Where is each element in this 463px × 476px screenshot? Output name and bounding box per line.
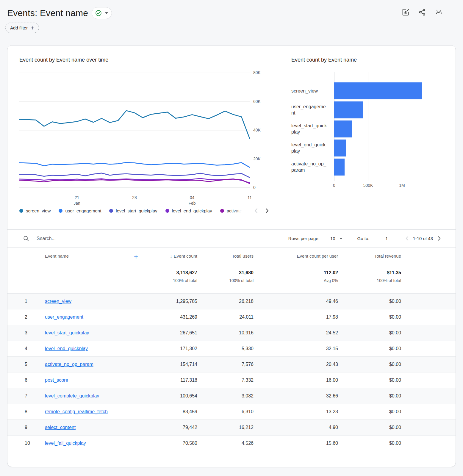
- go-to-label: Go to:: [357, 236, 370, 241]
- bar-level_end_quickplay: [334, 140, 346, 156]
- row-rank: 6: [7, 378, 38, 383]
- ecpu-cell: 17.98: [254, 314, 338, 320]
- legend-prev-icon[interactable]: [254, 208, 258, 213]
- event-link[interactable]: level_fail_quickplay: [45, 441, 86, 446]
- add-dimension-button[interactable]: +: [134, 253, 138, 260]
- event-link[interactable]: level_end_quickplay: [45, 346, 88, 351]
- bar-axis-tick-label: 1M: [392, 183, 412, 188]
- line-chart: [19, 72, 250, 191]
- column-total-revenue[interactable]: Total revenue: [338, 248, 401, 261]
- event-name-cell: level_end_quickplay: [38, 341, 146, 356]
- table-row: 2user_engagement431,26924,01117.98$0.00: [7, 309, 456, 325]
- table-row: 6post_score117,3187,33216.00$0.00: [7, 372, 456, 388]
- column-event-count[interactable]: ↓Event count: [146, 248, 197, 261]
- event-link[interactable]: level_complete_quickplay: [45, 393, 99, 399]
- rows-per-page-select[interactable]: 10: [330, 236, 342, 241]
- total-users: 31,680: [197, 270, 254, 275]
- event-count-cell: 171,302: [146, 346, 197, 351]
- y-tick-label: 80K: [253, 70, 271, 75]
- bar-chart-title: Event count by Event name: [291, 57, 357, 63]
- event-link[interactable]: user_engagement: [45, 314, 83, 320]
- page-prev-icon[interactable]: [405, 236, 409, 241]
- legend-item-label: level_start_quickplay: [116, 208, 157, 213]
- add-filter-label: Add filter: [10, 25, 28, 30]
- table-row: 1screen_view1,295,78526,21849.46$0.00: [7, 293, 456, 309]
- column-event-name[interactable]: Event name: [45, 253, 69, 259]
- table-row: 7level_complete_quickplay100,6543,08232.…: [7, 388, 456, 404]
- event-count-cell: 267,651: [146, 330, 197, 336]
- legend-next-icon[interactable]: [265, 208, 269, 213]
- legend-item-label: user_engagement: [65, 208, 101, 213]
- legend-dot-icon: [220, 209, 224, 213]
- bar-activate_no_op_param: [334, 159, 345, 176]
- event-link[interactable]: level_start_quickplay: [45, 330, 89, 336]
- legend-item-screen_view[interactable]: screen_view: [19, 208, 51, 213]
- revenue-cell: $0.00: [338, 393, 401, 399]
- column-total-users[interactable]: Total users: [197, 248, 254, 261]
- row-rank: 1: [7, 299, 38, 304]
- event-link[interactable]: post_score: [45, 378, 68, 383]
- search-input[interactable]: [37, 236, 132, 241]
- event-name-cell: remote_config_realtime_fetch: [38, 404, 146, 419]
- bar-row: activate_no_op_param: [291, 157, 449, 176]
- total-users-cell: 6,310: [197, 409, 254, 414]
- share-icon[interactable]: [418, 8, 427, 17]
- event-link[interactable]: activate_no_op_param: [45, 362, 93, 367]
- event-count-cell: 79,442: [146, 425, 197, 430]
- legend-item-level_start_quickplay[interactable]: level_start_quickplay: [109, 208, 157, 213]
- legend-item-label: activate_no_op_param: [227, 208, 242, 213]
- ecpu-cell: 15.60: [254, 441, 338, 446]
- charts-section: Event count by Event name over time 80K6…: [7, 46, 456, 229]
- revenue-cell: $0.00: [338, 362, 401, 367]
- legend-dot-icon: [59, 209, 62, 213]
- ecpu-cell: 49.46: [254, 299, 338, 304]
- event-name-cell: screen_view: [38, 294, 146, 309]
- bar-category-label: level_start_quickplay: [291, 123, 328, 135]
- column-event-count-per-user[interactable]: Event count per user: [254, 248, 338, 261]
- event-name-cell: activate_no_op_param: [38, 357, 146, 372]
- total-users-cell: 26,218: [197, 299, 254, 304]
- legend-item-label: screen_view: [26, 208, 51, 213]
- legend-item-user_engagement[interactable]: user_engagement: [59, 208, 101, 213]
- total-users-cell: 16,212: [197, 425, 254, 430]
- table-row: 3level_start_quickplay267,65110,91624.52…: [7, 325, 456, 341]
- bar-row: user_engagement: [291, 100, 449, 119]
- total-event-count-sub: 100% of total: [146, 278, 197, 283]
- bar-category-label: activate_no_op_param: [291, 161, 328, 173]
- bar-user_engagement: [334, 101, 363, 118]
- edit-report-icon[interactable]: [401, 8, 410, 17]
- pagination-range: 1-10 of 43: [413, 236, 433, 241]
- total-users-sub: 100% of total: [197, 278, 254, 283]
- bar-screen_view: [334, 82, 422, 99]
- go-to-input[interactable]: 1: [384, 236, 390, 241]
- event-count-cell: 83,459: [146, 409, 197, 414]
- legend-item-activate_no_op_param[interactable]: activate_no_op_param: [220, 208, 242, 213]
- row-rank: 2: [7, 314, 38, 320]
- row-rank: 3: [7, 330, 38, 336]
- event-link[interactable]: screen_view: [45, 299, 71, 304]
- report-status-dropdown[interactable]: [92, 7, 112, 19]
- page-next-icon[interactable]: [437, 236, 441, 241]
- insights-icon[interactable]: [434, 8, 443, 17]
- event-link[interactable]: select_content: [45, 425, 76, 430]
- event-link[interactable]: remote_config_realtime_fetch: [45, 409, 108, 414]
- revenue-cell: $0.00: [338, 425, 401, 430]
- line-series-level_start_quickplay: [19, 173, 250, 178]
- total-users-cell: 10,916: [197, 330, 254, 336]
- add-filter-button[interactable]: Add filter +: [5, 23, 39, 33]
- event-count-cell: 117,318: [146, 378, 197, 383]
- event-count-cell: 70,580: [146, 441, 197, 446]
- bar-row: level_end_quickplay: [291, 138, 449, 157]
- table-row: 8remote_config_realtime_fetch83,4596,310…: [7, 404, 456, 419]
- ecpu-cell: 32.66: [254, 393, 338, 399]
- event-name-cell: select_content: [38, 420, 146, 435]
- x-tick-label: 11: [238, 195, 262, 201]
- total-users-cell: 7,332: [197, 378, 254, 383]
- total-users-cell: 7,576: [197, 362, 254, 367]
- bar-row: screen_view: [291, 81, 449, 100]
- rows-per-page-label: Rows per page:: [288, 236, 320, 241]
- total-ecpu-sub: Avg 0%: [254, 278, 338, 283]
- ecpu-cell: 13.23: [254, 409, 338, 414]
- legend-item-level_end_quickplay[interactable]: level_end_quickplay: [165, 208, 212, 213]
- revenue-cell: $0.00: [338, 330, 401, 336]
